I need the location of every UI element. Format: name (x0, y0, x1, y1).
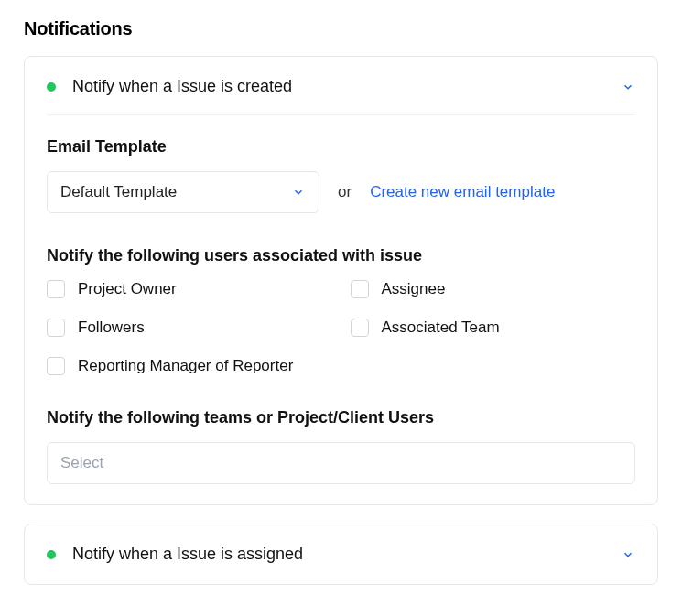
accordion-header-created[interactable]: Notify when a Issue is created (47, 77, 635, 96)
create-template-link[interactable]: Create new email template (370, 183, 555, 201)
or-text: or (338, 183, 352, 201)
chevron-down-icon (621, 547, 635, 562)
status-dot-icon (47, 550, 56, 559)
notify-teams-label: Notify the following teams or Project/Cl… (47, 408, 635, 427)
checkbox-label: Project Owner (78, 280, 177, 298)
notify-users-grid: Project Owner Assignee Followers Associa… (47, 280, 635, 375)
notify-users-label: Notify the following users associated wi… (47, 246, 635, 265)
email-template-select[interactable]: Default Template (47, 171, 319, 213)
checkbox-box (47, 280, 65, 298)
checkbox-associated-team[interactable]: Associated Team (351, 319, 636, 337)
divider (47, 114, 635, 115)
notification-card-assigned: Notify when a Issue is assigned (24, 524, 658, 585)
chevron-down-icon (291, 185, 306, 200)
checkbox-label: Assignee (382, 280, 446, 298)
checkbox-box (351, 280, 369, 298)
chevron-down-icon (621, 80, 635, 94)
checkbox-label: Followers (78, 319, 145, 337)
checkbox-box (351, 319, 369, 337)
email-template-label: Email Template (47, 137, 635, 157)
email-template-row: Default Template or Create new email tem… (47, 171, 635, 213)
teams-select[interactable]: Select (47, 442, 635, 484)
email-template-selected-value: Default Template (60, 183, 177, 201)
checkbox-label: Reporting Manager of Reporter (78, 357, 293, 375)
checkbox-box (47, 319, 65, 337)
page-title: Notifications (24, 18, 658, 39)
accordion-title: Notify when a Issue is created (72, 77, 621, 96)
checkbox-project-owner[interactable]: Project Owner (47, 280, 332, 298)
accordion-title: Notify when a Issue is assigned (72, 545, 621, 564)
teams-select-placeholder: Select (60, 454, 103, 472)
checkbox-box (47, 357, 65, 375)
accordion-header-assigned[interactable]: Notify when a Issue is assigned (47, 545, 635, 564)
notification-card-created: Notify when a Issue is created Email Tem… (24, 56, 658, 505)
checkbox-assignee[interactable]: Assignee (351, 280, 636, 298)
checkbox-followers[interactable]: Followers (47, 319, 332, 337)
checkbox-reporting-manager[interactable]: Reporting Manager of Reporter (47, 357, 635, 375)
checkbox-label: Associated Team (382, 319, 500, 337)
status-dot-icon (47, 82, 56, 92)
